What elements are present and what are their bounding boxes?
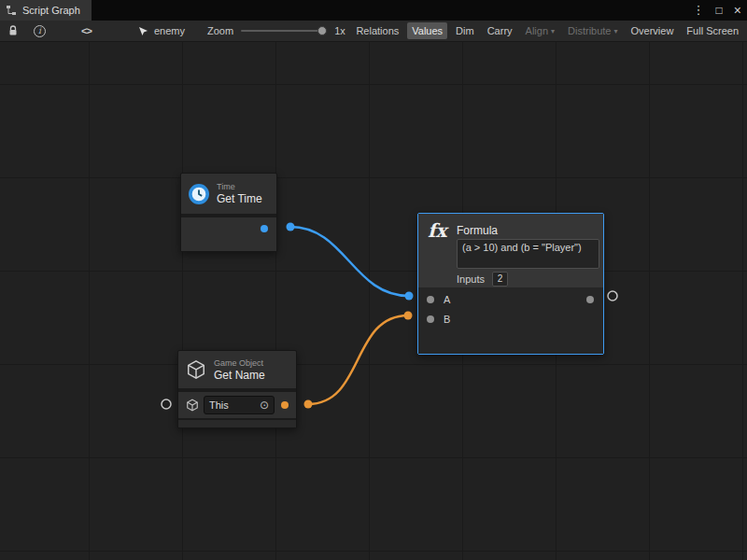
- target-object-value: This: [209, 399, 229, 411]
- zoom-slider-track[interactable]: [241, 30, 327, 32]
- graph-icon: [6, 5, 17, 16]
- window-controls: ⋮ □ ×: [693, 0, 741, 21]
- values-button[interactable]: Values: [407, 22, 447, 39]
- node-formula[interactable]: fx Formula (a > 10) and (b = "Player") I…: [417, 213, 604, 355]
- get-name-output-port[interactable]: [281, 401, 289, 409]
- inputs-count-input[interactable]: 2: [492, 272, 508, 287]
- object-picker-icon[interactable]: ⊙: [260, 399, 269, 412]
- get-name-footer: [178, 418, 296, 427]
- graph-canvas[interactable]: Time Get Time fx Formula (a > 10) and (b…: [0, 42, 747, 560]
- node-title: Formula: [457, 224, 498, 237]
- graph-reference[interactable]: enemy: [138, 21, 185, 41]
- align-button[interactable]: Align ▾: [521, 22, 559, 39]
- get-name-target-input-port[interactable]: [162, 399, 171, 409]
- port-row-b: B: [418, 309, 603, 329]
- wire-get-time-to-formula-a[interactable]: [290, 227, 409, 296]
- carry-button[interactable]: Carry: [483, 22, 517, 39]
- zoom-value: 1x: [334, 25, 345, 36]
- wire-endpoint-dot[interactable]: [304, 400, 313, 409]
- tab-script-graph[interactable]: Script Graph: [0, 0, 92, 21]
- zoom-slider-handle[interactable]: [317, 26, 327, 35]
- cube-icon: [186, 359, 206, 380]
- port-row-a: A: [418, 289, 603, 309]
- graph-pointer-icon: [138, 26, 148, 36]
- wires-layer: [0, 42, 747, 560]
- node-category: Game Object: [214, 358, 265, 369]
- formula-result-port[interactable]: [586, 296, 594, 303]
- formula-output-port[interactable]: [608, 291, 617, 301]
- get-name-body: This ⊙: [178, 392, 296, 418]
- graph-name: enemy: [154, 25, 185, 36]
- wire-get-name-to-formula-b[interactable]: [308, 315, 408, 404]
- wire-endpoint-dot[interactable]: [405, 292, 414, 301]
- toolbar-left-group: i <>: [7, 21, 92, 41]
- clock-icon: [189, 184, 209, 204]
- formula-input-a-port[interactable]: [427, 296, 434, 303]
- overview-button[interactable]: Overview: [627, 22, 679, 39]
- node-category: Time: [217, 182, 262, 192]
- node-title: Get Time: [217, 192, 262, 205]
- wire-endpoint-dot[interactable]: [287, 223, 295, 231]
- titlebar: Script Graph ⋮ □ ×: [0, 0, 747, 21]
- port-label: A: [444, 294, 450, 305]
- wire-endpoint-dot[interactable]: [404, 312, 413, 320]
- script-graph-window: Script Graph ⋮ □ × i <> en: [0, 0, 747, 560]
- maximize-icon[interactable]: □: [716, 0, 723, 21]
- window-menu-icon[interactable]: ⋮: [693, 0, 705, 21]
- port-label: B: [444, 314, 450, 325]
- get-time-body: [181, 217, 276, 251]
- node-title: Get Name: [214, 369, 265, 382]
- chevron-down-icon: ▾: [551, 27, 555, 35]
- graph-toolbar: i <> enemy Zoom 1x Relations Va: [0, 21, 747, 42]
- distribute-button[interactable]: Distribute ▾: [563, 22, 622, 39]
- zoom-label: Zoom: [207, 25, 233, 36]
- zoom-control: Zoom 1x: [207, 21, 345, 41]
- node-get-time[interactable]: Time Get Time: [180, 173, 277, 252]
- get-time-output-port[interactable]: [261, 225, 268, 232]
- node-get-name[interactable]: Game Object Get Name This ⊙: [177, 350, 297, 428]
- relations-button[interactable]: Relations: [351, 22, 403, 39]
- chevron-down-icon: ▾: [614, 27, 618, 35]
- tab-title: Script Graph: [22, 5, 80, 16]
- zoom-slider[interactable]: [241, 25, 327, 36]
- close-icon[interactable]: ×: [734, 0, 741, 21]
- formula-ports: A B: [418, 287, 603, 354]
- code-icon[interactable]: <>: [81, 25, 92, 36]
- formula-header: fx Formula (a > 10) and (b = "Player") I…: [418, 214, 603, 287]
- fx-icon: fx: [428, 219, 447, 242]
- get-name-header: Game Object Get Name: [178, 351, 296, 388]
- formula-expression-input[interactable]: (a > 10) and (b = "Player"): [457, 239, 599, 269]
- dim-button[interactable]: Dim: [451, 22, 479, 39]
- toolbar-buttons: Relations Values Dim Carry Align ▾ Distr…: [351, 21, 743, 41]
- cube-icon: [186, 399, 199, 412]
- lock-icon[interactable]: [7, 25, 19, 36]
- target-object-field[interactable]: This ⊙: [204, 396, 275, 414]
- formula-input-b-port[interactable]: [427, 315, 434, 323]
- info-icon[interactable]: i: [34, 25, 46, 37]
- full-screen-button[interactable]: Full Screen: [682, 22, 743, 39]
- get-time-header: Time Get Time: [181, 174, 276, 214]
- inputs-label: Inputs: [457, 273, 485, 285]
